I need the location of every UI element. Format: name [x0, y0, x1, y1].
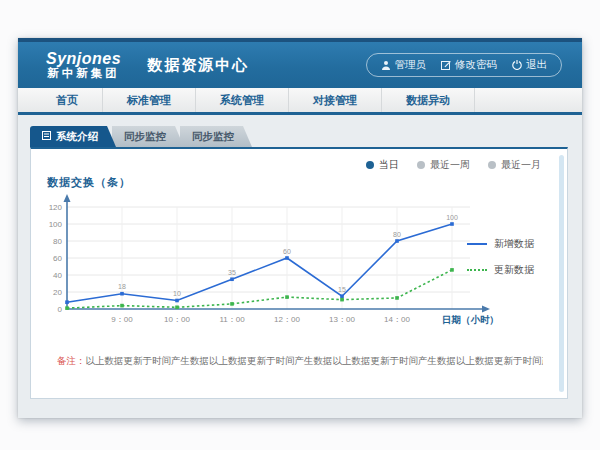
- power-icon: [512, 60, 522, 70]
- data-point: [65, 300, 69, 304]
- change-password-button[interactable]: 修改密码: [441, 58, 497, 72]
- tab-label: 同步监控: [124, 126, 166, 147]
- chart-svg: 0204060801001209：0010：0011：0012：0013：001…: [41, 191, 501, 333]
- legend-label: 新增数据: [494, 237, 534, 251]
- y-tick-label: 80: [53, 237, 62, 246]
- data-point: [285, 295, 289, 299]
- y-tick-label: 20: [53, 288, 62, 297]
- content-area: 系统介绍 同步监控 同步监控 当日 最近一周: [18, 115, 582, 418]
- data-point: [395, 296, 399, 300]
- data-label: 35: [228, 269, 236, 276]
- data-point: [285, 256, 289, 260]
- period-selector: 当日 最近一周 最近一月: [366, 158, 541, 172]
- footnote-text: 以上数据更新于时间产生数据以上数据更新于时间产生数据以上数据更新于时间产生数据以…: [86, 355, 544, 366]
- radio-icon: [488, 161, 496, 169]
- y-axis-title: 数据交换（条）: [47, 175, 131, 190]
- series-0: 181035601580100: [65, 214, 458, 305]
- document-icon: [42, 126, 51, 147]
- tab-label: 系统介绍: [56, 126, 98, 147]
- nav-item-system-mgmt[interactable]: 系统管理: [196, 88, 289, 112]
- x-tick-label: 14：00: [384, 315, 410, 324]
- data-label: 80: [393, 231, 401, 238]
- legend-item-update-data[interactable]: 更新数据: [467, 263, 545, 277]
- footnote-label: 备注：: [57, 355, 86, 366]
- user-menu-button[interactable]: 管理员: [381, 58, 427, 72]
- y-tick-label: 120: [49, 203, 63, 212]
- user-label: 管理员: [395, 58, 427, 72]
- tab-sync-monitor-2[interactable]: 同步监控: [180, 126, 252, 147]
- nav-item-interface-mgmt[interactable]: 对接管理: [289, 88, 382, 112]
- x-tick-label: 9：00: [111, 315, 133, 324]
- period-label: 最近一周: [430, 158, 470, 172]
- nav-item-standard-mgmt[interactable]: 标准管理: [103, 88, 196, 112]
- chart-panel: 当日 最近一周 最近一月 数据交换（条） 0204060801001209：00…: [30, 147, 568, 399]
- change-password-label: 修改密码: [455, 58, 497, 72]
- data-label: 18: [118, 283, 126, 290]
- footnote: 备注：以上数据更新于时间产生数据以上数据更新于时间产生数据以上数据更新于时间产生…: [57, 355, 543, 368]
- edit-icon: [441, 60, 451, 70]
- y-tick-label: 100: [49, 220, 63, 229]
- user-toolbar: 管理员 修改密码 退出: [366, 53, 563, 77]
- data-point: [230, 277, 234, 281]
- y-tick-label: 0: [58, 305, 63, 314]
- data-point: [230, 302, 234, 306]
- tab-sync-monitor-1[interactable]: 同步监控: [112, 126, 184, 147]
- nav-item-data-change[interactable]: 数据异动: [382, 88, 475, 112]
- data-point: [450, 222, 454, 226]
- period-option-last-month[interactable]: 最近一月: [488, 158, 541, 172]
- chart-legend: 新增数据 更新数据: [467, 237, 545, 277]
- page-title: 数据资源中心: [147, 56, 249, 75]
- data-point: [175, 299, 179, 303]
- period-option-today[interactable]: 当日: [366, 158, 399, 172]
- brand-logo: Synjones 新中新集团: [46, 51, 121, 80]
- y-tick-label: 60: [53, 254, 62, 263]
- x-tick-label: 12：00: [274, 315, 300, 324]
- app-window: Synjones 新中新集团 数据资源中心 管理员 修改密码 退出: [18, 38, 582, 418]
- tab-label: 同步监控: [192, 126, 234, 147]
- y-tick-label: 40: [53, 271, 62, 280]
- main-nav: 首页 标准管理 系统管理 对接管理 数据异动: [18, 88, 582, 115]
- nav-item-home[interactable]: 首页: [32, 88, 103, 112]
- solid-line-swatch: [467, 243, 487, 245]
- period-label: 最近一月: [501, 158, 541, 172]
- legend-label: 更新数据: [494, 263, 534, 277]
- logo-text-cn: 新中新集团: [46, 67, 121, 79]
- data-point: [120, 304, 124, 308]
- line-chart: 0204060801001209：0010：0011：0012：0013：001…: [41, 191, 501, 337]
- app-header: Synjones 新中新集团 数据资源中心 管理员 修改密码 退出: [18, 42, 582, 88]
- data-label: 100: [446, 214, 458, 221]
- data-point: [395, 239, 399, 243]
- logout-label: 退出: [526, 58, 547, 72]
- x-tick-label: 10：00: [164, 315, 190, 324]
- data-label: 15: [338, 286, 346, 293]
- data-point: [175, 306, 179, 310]
- logo-text-en: Synjones: [46, 51, 121, 68]
- radio-icon: [366, 161, 374, 169]
- panel-scrollbar[interactable]: [559, 155, 564, 392]
- radio-icon: [417, 161, 425, 169]
- legend-item-new-data[interactable]: 新增数据: [467, 237, 545, 251]
- data-point: [65, 306, 69, 310]
- data-point: [450, 268, 454, 272]
- tab-bar: 系统介绍 同步监控 同步监控: [30, 126, 252, 147]
- data-point: [120, 292, 124, 296]
- data-point: [340, 298, 344, 302]
- data-label: 60: [283, 248, 291, 255]
- logout-button[interactable]: 退出: [512, 58, 547, 72]
- data-point: [340, 294, 344, 298]
- period-label: 当日: [379, 158, 399, 172]
- data-label: 10: [173, 290, 181, 297]
- user-icon: [381, 60, 391, 70]
- tab-system-intro[interactable]: 系统介绍: [30, 126, 116, 147]
- x-axis-title: 日期（小时）: [442, 314, 499, 326]
- x-tick-label: 13：00: [329, 315, 355, 324]
- period-option-last-week[interactable]: 最近一周: [417, 158, 470, 172]
- dotted-line-swatch: [467, 269, 487, 271]
- x-tick-label: 11：00: [219, 315, 245, 324]
